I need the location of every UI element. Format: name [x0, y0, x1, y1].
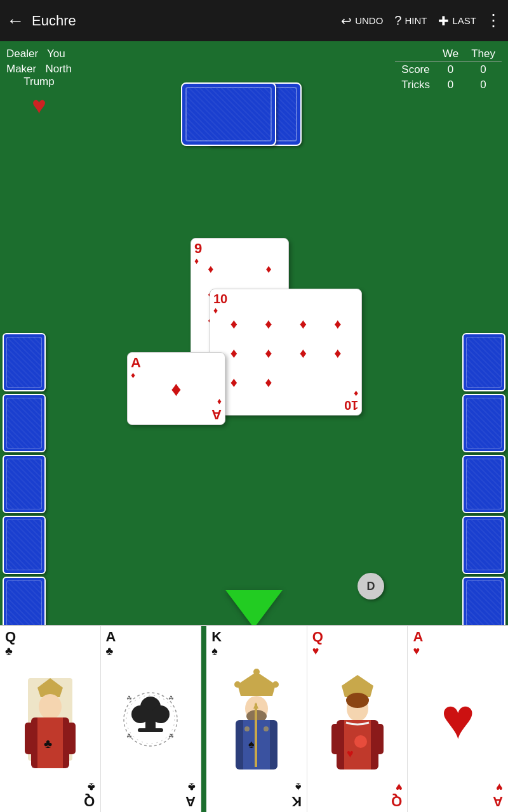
hand-card-5-suit-b: ♥	[496, 782, 503, 793]
hand-card-2[interactable]: A ♣ ☘ ☘ ☘ ☘	[101, 626, 202, 812]
east-card-3	[462, 455, 505, 513]
svg-text:♠: ♠	[248, 738, 255, 750]
last-label: LAST	[452, 15, 476, 26]
east-card-4	[462, 516, 505, 574]
trump-area: Trump ♥	[6, 74, 72, 123]
hand-card-2-rank: A	[106, 630, 116, 644]
they-header: They	[465, 46, 502, 62]
hint-button[interactable]: ? HINT	[394, 13, 427, 28]
hand-card-5[interactable]: A ♥ ♥ A ♥	[408, 626, 508, 812]
hand-card-1-face: ♣	[0, 658, 100, 780]
dealer-button: D	[358, 573, 384, 599]
hand-card-1-suit: ♣	[5, 645, 13, 657]
we-tricks: 0	[436, 77, 465, 93]
hint-icon: ?	[394, 13, 401, 28]
back-button[interactable]: ←	[6, 11, 24, 31]
svg-rect-15	[145, 713, 156, 731]
north-card-2	[181, 82, 276, 146]
we-score: 0	[436, 62, 465, 78]
svg-text:☘: ☘	[168, 695, 174, 702]
score-row-label: Score	[395, 62, 436, 78]
tricks-row-label: Tricks	[395, 77, 436, 93]
dealer-info: Dealer You Maker North Trump ♥	[6, 46, 72, 123]
undo-icon: ↩	[341, 13, 352, 29]
undo-button[interactable]: ↩ UNDO	[341, 13, 383, 29]
top-bar: ← Euchre ↩ UNDO ? HINT ✚ LAST ⋮	[0, 0, 508, 41]
they-tricks: 0	[465, 77, 502, 93]
hand-card-5-face: ♥	[408, 658, 508, 780]
hand-gap	[201, 626, 206, 812]
svg-text:♥: ♥	[347, 747, 354, 760]
score-table: We They Score 0 0 Tricks 0 0	[395, 46, 502, 93]
trump-label: Trump	[23, 75, 55, 88]
hand-card-2-rank-b: A	[185, 794, 196, 808]
hint-label: HINT	[404, 15, 427, 26]
svg-text:☘: ☘	[168, 733, 174, 740]
svg-point-33	[244, 726, 250, 731]
hand-card-4-face: ♥	[307, 658, 408, 780]
svg-text:☘: ☘	[126, 733, 132, 740]
hand-card-1-rank: Q	[5, 630, 16, 644]
svg-point-3	[39, 694, 62, 719]
hand-card-2-face: ☘ ☘ ☘ ☘	[101, 658, 201, 780]
turn-indicator-arrow	[225, 590, 283, 628]
svg-point-38	[346, 693, 369, 708]
hand-card-1-suit-b: ♣	[88, 782, 95, 793]
north-hand	[181, 82, 327, 149]
west-card-1	[3, 333, 46, 391]
west-hand	[0, 333, 46, 635]
east-hand	[462, 333, 508, 635]
svg-text:☘: ☘	[126, 695, 132, 702]
west-card-2	[3, 394, 46, 452]
svg-point-25	[272, 681, 279, 688]
hand-card-5-suit: ♥	[413, 645, 420, 657]
they-score: 0	[465, 62, 502, 78]
svg-rect-7	[66, 723, 76, 754]
player-hand: Q ♣ ♣	[0, 625, 508, 812]
last-button[interactable]: ✚ LAST	[438, 13, 476, 29]
west-card-4	[3, 516, 46, 574]
hand-card-1[interactable]: Q ♣ ♣	[0, 626, 101, 812]
player-name: You	[47, 48, 65, 60]
hand-card-5-rank: A	[413, 630, 423, 644]
hand-card-4-suit-b: ♥	[396, 782, 403, 793]
west-card-3	[3, 455, 46, 513]
svg-rect-6	[25, 723, 34, 754]
svg-rect-41	[331, 724, 340, 754]
hand-card-3-suit-b: ♠	[295, 782, 302, 793]
hand-card-2-suit: ♣	[106, 645, 114, 657]
svg-rect-30	[255, 704, 257, 767]
undo-label: UNDO	[355, 15, 383, 26]
svg-point-43	[354, 735, 367, 748]
hand-card-4[interactable]: Q ♥	[307, 626, 408, 812]
more-button[interactable]: ⋮	[485, 11, 502, 30]
played-card-west: A ♦ ♦ A ♦	[127, 352, 225, 425]
svg-rect-16	[138, 728, 163, 732]
svg-point-34	[264, 726, 269, 731]
hand-card-5-rank-b: A	[493, 794, 503, 808]
app-title: Euchre	[32, 13, 330, 29]
maker-label: Maker	[6, 63, 36, 75]
svg-rect-42	[375, 724, 384, 754]
east-card-2	[462, 394, 505, 452]
hand-card-3-face: ♠	[206, 658, 307, 780]
svg-text:♣: ♣	[44, 737, 52, 750]
hand-card-2-suit-b: ♣	[188, 782, 196, 793]
played-card-east: 10 ♦ ♦ ♦ ♦ ♦ ♦ ♦ ♦ ♦ ♦ ♦ 10 ♦	[210, 289, 362, 416]
dealer-label: Dealer	[6, 48, 38, 60]
center-play-area: 9 ♦ ♦ ♦ ♦ ♦ ♦ ♦ ♦ ♦ ♦ 9 ♦	[108, 238, 400, 447]
hand-card-3[interactable]: K ♠	[206, 626, 307, 812]
hand-card-3-rank: K	[211, 630, 222, 644]
last-icon: ✚	[438, 13, 449, 29]
east-card-1	[462, 333, 505, 391]
hand-card-4-rank-b: Q	[391, 794, 402, 808]
we-header: We	[436, 46, 465, 62]
hand-card-3-suit: ♠	[211, 645, 218, 657]
svg-point-23	[234, 681, 241, 688]
svg-point-24	[253, 669, 260, 675]
hand-card-4-rank: Q	[312, 630, 323, 644]
trump-suit-icon: ♥	[6, 89, 72, 122]
hand-card-1-rank-b: Q	[84, 794, 95, 808]
hand-card-3-rank-b: K	[291, 794, 302, 808]
north-name: North	[45, 63, 72, 75]
